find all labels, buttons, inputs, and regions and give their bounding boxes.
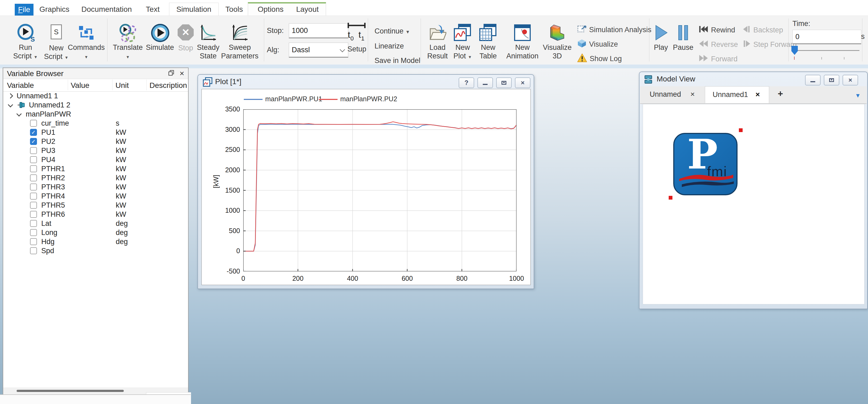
setup-button[interactable]: t 0 t 1 Setup — [342, 22, 372, 53]
tab-unnamed[interactable]: Unnamed × — [642, 86, 704, 103]
variable-checkbox[interactable] — [30, 238, 37, 245]
plot-window-titlebar[interactable]: Plot [1*] ? × — [198, 75, 534, 89]
play-button[interactable]: Play — [649, 24, 673, 52]
visualize-button[interactable]: Visualize — [577, 39, 618, 50]
scrollbar-thumb[interactable] — [17, 390, 124, 392]
variable-checkbox[interactable] — [30, 156, 37, 163]
chevron-down-icon[interactable] — [8, 102, 13, 107]
fmu-block[interactable]: P fmi — [673, 133, 738, 195]
variable-row[interactable]: PTHR2kW — [3, 174, 188, 183]
variable-row[interactable]: ✓PU1kW — [3, 128, 188, 137]
save-in-model-button[interactable]: Save in Model — [374, 57, 420, 65]
variable-checkbox[interactable] — [30, 220, 37, 227]
svg-text:0: 0 — [350, 35, 353, 42]
continue-button[interactable]: Continue ▼ — [374, 27, 410, 35]
menu-file[interactable]: File — [15, 4, 33, 15]
variable-checkbox[interactable]: ✓ — [30, 129, 37, 136]
menu-documentation[interactable]: Documentation — [81, 3, 133, 15]
svg-text:t: t — [348, 29, 350, 40]
variable-row[interactable]: PTHR5kW — [3, 201, 188, 210]
variable-checkbox[interactable] — [30, 211, 37, 218]
variable-row[interactable]: PTHR3kW — [3, 183, 188, 192]
pause-button[interactable]: Pause — [670, 24, 696, 52]
commands-button[interactable]: Commands ▼ — [63, 24, 109, 60]
show-log-icon — [577, 53, 587, 64]
variable-checkbox[interactable] — [30, 147, 37, 154]
variable-checkbox[interactable] — [30, 184, 37, 190]
show-log-button[interactable]: Show Log — [577, 53, 622, 64]
new-tab-button[interactable]: + — [773, 86, 789, 103]
new-table-button[interactable]: New Table — [473, 24, 503, 60]
close-button[interactable]: × — [515, 77, 530, 88]
variable-row[interactable]: ✓PU2kW — [3, 137, 188, 146]
chevron-down-icon[interactable] — [16, 111, 22, 117]
chevron-right-icon[interactable] — [8, 93, 13, 99]
variable-checkbox[interactable] — [30, 165, 37, 172]
tab-close-icon[interactable]: × — [755, 90, 760, 99]
variable-checkbox[interactable]: ✓ — [30, 138, 37, 145]
variable-row[interactable]: Unnamed1 1 — [3, 92, 188, 101]
variable-row[interactable]: Longdeg — [3, 228, 188, 237]
time-input[interactable]: 0 — [793, 30, 861, 44]
tab-list-dropdown-icon[interactable]: ▼ — [855, 92, 861, 99]
rewind-button[interactable]: Rewind — [699, 26, 735, 35]
variable-row[interactable]: Latdeg — [3, 219, 188, 228]
variable-row[interactable]: PU3kW — [3, 146, 188, 155]
variable-row[interactable]: cur_times — [3, 119, 188, 128]
minimize-button[interactable] — [477, 77, 493, 88]
menu-text[interactable]: Text — [143, 3, 162, 15]
model-view-titlebar[interactable]: Model View × — [640, 72, 867, 86]
sweep-parameters-button[interactable]: Sweep Parameters — [218, 24, 261, 60]
variable-checkbox[interactable] — [30, 202, 37, 209]
variable-checkbox[interactable] — [30, 120, 37, 127]
time-slider-thumb[interactable] — [792, 46, 798, 55]
column-value[interactable]: Value — [71, 81, 90, 90]
maximize-button[interactable] — [496, 77, 512, 88]
load-result-icon — [429, 24, 446, 41]
variable-checkbox[interactable] — [30, 193, 37, 199]
plot-canvas[interactable]: manPlanPWR.PU1manPlanPWR.PU2 [kW] 350030… — [202, 89, 531, 285]
menu-graphics[interactable]: Graphics — [39, 3, 70, 15]
menu-tools[interactable]: Tools — [224, 3, 244, 15]
column-variable[interactable]: Variable — [7, 81, 34, 90]
selection-handle[interactable] — [739, 128, 743, 132]
menu-simulation[interactable]: Simulation — [169, 3, 219, 16]
variable-row[interactable]: PTHR1kW — [3, 164, 188, 174]
algorithm-select[interactable]: Dassl — [289, 42, 348, 58]
variable-checkbox[interactable] — [30, 229, 37, 236]
variable-row[interactable]: Spd — [3, 246, 188, 256]
stop-time-input[interactable]: 1000 — [289, 23, 348, 38]
new-plot-button[interactable]: New Plot ▼ — [448, 24, 477, 60]
help-button[interactable]: ? — [459, 77, 474, 88]
minimize-button[interactable] — [805, 75, 820, 86]
variable-row[interactable]: manPlanPWR — [3, 110, 188, 119]
variable-row[interactable]: PTHR6kW — [3, 210, 188, 219]
variable-checkbox[interactable] — [30, 247, 37, 254]
new-animation-button[interactable]: New Animation — [502, 24, 542, 60]
linearize-button[interactable]: Linearize — [374, 42, 404, 50]
close-button[interactable]: × — [842, 75, 858, 86]
plot-area[interactable] — [243, 109, 517, 271]
simulation-analysis-button[interactable]: Simulation Analysis — [577, 24, 652, 35]
tab-unnamed1[interactable]: Unnamed1 × — [705, 86, 769, 103]
variable-row[interactable]: Hdgdeg — [3, 237, 188, 246]
visualize-icon — [577, 39, 586, 50]
variable-row[interactable]: PU4kW — [3, 155, 188, 164]
close-icon[interactable]: × — [178, 70, 186, 77]
tab-close-icon[interactable]: × — [690, 90, 695, 99]
maximize-button[interactable] — [824, 75, 839, 86]
time-slider-track[interactable] — [793, 50, 860, 51]
variable-checkbox[interactable] — [30, 175, 37, 181]
variable-browser-titlebar[interactable]: Variable Browser × — [3, 68, 188, 79]
model-canvas[interactable]: P fmi — [643, 104, 865, 304]
menu-layout[interactable]: Layout — [295, 3, 320, 15]
variable-row[interactable]: Unnamed1 2 — [3, 101, 188, 110]
column-description[interactable]: Description — [150, 81, 187, 90]
column-unit[interactable]: Unit — [116, 81, 129, 90]
undock-icon[interactable] — [167, 70, 175, 77]
variable-row[interactable]: PTHR4kW — [3, 192, 188, 201]
selection-handle[interactable] — [669, 196, 673, 199]
svg-text:1: 1 — [361, 35, 364, 42]
menu-options[interactable]: Options — [256, 3, 285, 15]
visualize-3d-button[interactable]: Visualize 3D — [540, 24, 575, 60]
